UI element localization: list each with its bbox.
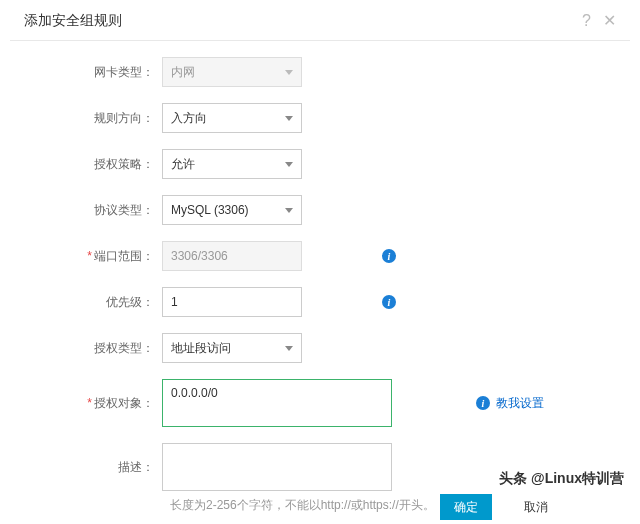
info-icon[interactable]: i: [476, 396, 490, 410]
control-direction: 入方向: [162, 103, 368, 133]
dialog-header: 添加安全组规则 ? ✕: [10, 0, 630, 41]
label-nic-type: 网卡类型：: [34, 64, 162, 81]
select-auth-type-value: 地址段访问: [171, 340, 231, 357]
ok-button[interactable]: 确定: [440, 494, 492, 520]
label-auth-type: 授权类型：: [34, 340, 162, 357]
row-auth-object: *授权对象： 0.0.0.0/0 i 教我设置: [34, 379, 606, 427]
row-port-range: *端口范围： 3306/3306 i: [34, 241, 606, 271]
cancel-button[interactable]: 取消: [510, 494, 562, 520]
footer-buttons: 确定 取消: [440, 494, 562, 520]
input-port-range: 3306/3306: [162, 241, 302, 271]
control-auth-type: 地址段访问: [162, 333, 368, 363]
dialog-title: 添加安全组规则: [24, 12, 122, 30]
label-direction: 规则方向：: [34, 110, 162, 127]
select-policy-value: 允许: [171, 156, 195, 173]
helper-link[interactable]: 教我设置: [496, 395, 544, 412]
chevron-down-icon: [285, 162, 293, 167]
select-nic-type: 内网: [162, 57, 302, 87]
control-protocol: MySQL (3306): [162, 195, 368, 225]
label-auth-object-text: 授权对象：: [94, 396, 154, 410]
row-policy: 授权策略： 允许: [34, 149, 606, 179]
input-priority-field[interactable]: [171, 288, 293, 316]
row-auth-type: 授权类型： 地址段访问: [34, 333, 606, 363]
chevron-down-icon: [285, 346, 293, 351]
info-icon[interactable]: i: [382, 295, 396, 309]
footer: 头条 @Linux特训营 确定 取消: [0, 470, 640, 520]
help-icon[interactable]: ?: [582, 13, 591, 29]
close-icon[interactable]: ✕: [603, 13, 616, 29]
row-protocol: 协议类型： MySQL (3306): [34, 195, 606, 225]
input-port-range-value: 3306/3306: [171, 249, 228, 263]
select-nic-type-value: 内网: [171, 64, 195, 81]
select-protocol[interactable]: MySQL (3306): [162, 195, 302, 225]
label-policy: 授权策略：: [34, 156, 162, 173]
info-icon[interactable]: i: [382, 249, 396, 263]
select-direction[interactable]: 入方向: [162, 103, 302, 133]
label-protocol: 协议类型：: [34, 202, 162, 219]
dialog: 添加安全组规则 ? ✕ 网卡类型： 内网 规则方向： 入方向: [10, 0, 630, 524]
control-priority: [162, 287, 368, 317]
label-priority: 优先级：: [34, 294, 162, 311]
select-protocol-value: MySQL (3306): [171, 203, 249, 217]
control-nic-type: 内网: [162, 57, 368, 87]
row-nic-type: 网卡类型： 内网: [34, 57, 606, 87]
chevron-down-icon: [285, 208, 293, 213]
textarea-auth-object-value: 0.0.0.0/0: [171, 386, 218, 400]
helper-wrapper: i 教我设置: [462, 395, 544, 412]
label-port-range-text: 端口范围：: [94, 249, 154, 263]
row-direction: 规则方向： 入方向: [34, 103, 606, 133]
label-port-range: *端口范围：: [34, 248, 162, 265]
dialog-header-icons: ? ✕: [582, 13, 616, 29]
label-auth-object: *授权对象：: [34, 395, 162, 412]
chevron-down-icon: [285, 116, 293, 121]
textarea-auth-object[interactable]: 0.0.0.0/0: [162, 379, 392, 427]
row-priority: 优先级： i: [34, 287, 606, 317]
input-priority[interactable]: [162, 287, 302, 317]
control-auth-object: 0.0.0.0/0: [162, 379, 392, 427]
select-direction-value: 入方向: [171, 110, 207, 127]
watermark: 头条 @Linux特训营: [499, 470, 624, 488]
chevron-down-icon: [285, 70, 293, 75]
select-auth-type[interactable]: 地址段访问: [162, 333, 302, 363]
control-policy: 允许: [162, 149, 368, 179]
select-policy[interactable]: 允许: [162, 149, 302, 179]
control-port-range: 3306/3306: [162, 241, 368, 271]
form: 网卡类型： 内网 规则方向： 入方向 授权策略： 允许: [10, 41, 630, 524]
